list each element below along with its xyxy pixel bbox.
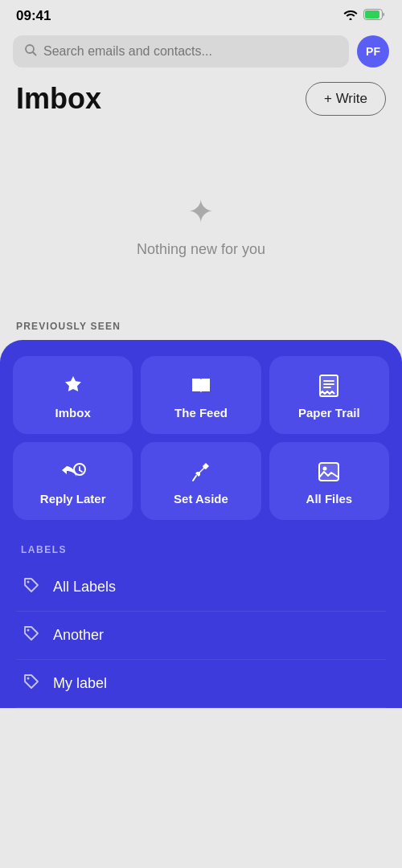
tag-icon (23, 576, 40, 598)
grid-item-the-feed-label: The Feed (174, 406, 228, 420)
status-icons (343, 9, 386, 23)
grid-item-imbox[interactable]: Imbox (13, 356, 133, 434)
reply-clock-icon (60, 460, 86, 484)
avatar[interactable]: PF (357, 35, 389, 68)
write-button[interactable]: + Write (306, 82, 386, 116)
grid-item-all-files[interactable]: All Files (269, 442, 389, 520)
label-name-another: Another (53, 627, 104, 644)
star-icon (61, 374, 85, 398)
grid-item-imbox-label: Imbox (55, 406, 91, 420)
svg-point-16 (27, 678, 30, 680)
grid-row-2: Reply Later Set Aside All Files (13, 442, 389, 520)
status-time: 09:41 (16, 8, 51, 24)
label-name-my-label: My label (53, 675, 107, 692)
label-item-all-labels[interactable]: All Labels (16, 563, 386, 612)
grid-row-1: Imbox The Feed Pa (13, 356, 389, 434)
pin-icon (190, 460, 212, 484)
search-row: PF (0, 29, 402, 74)
svg-line-11 (193, 476, 196, 481)
search-icon (24, 43, 37, 59)
status-bar: 09:41 (0, 0, 402, 29)
label-item-my-label[interactable]: My label (16, 660, 386, 708)
svg-line-3 (33, 52, 36, 55)
tag-icon-2 (23, 624, 40, 646)
bottom-sheet: Imbox The Feed Pa (0, 340, 402, 708)
svg-rect-12 (319, 463, 338, 481)
battery-icon (363, 9, 386, 23)
empty-state: ✦ Nothing new for you (0, 129, 402, 306)
tag-icon-3 (23, 673, 40, 694)
grid-item-the-feed[interactable]: The Feed (141, 356, 260, 434)
page-header: Imbox + Write (0, 74, 402, 129)
grid-item-all-files-label: All Files (306, 492, 353, 506)
empty-message: Nothing new for you (137, 241, 265, 258)
grid-item-set-aside-label: Set Aside (174, 492, 228, 506)
labels-section: LABELS All Labels Another (13, 528, 389, 708)
previously-seen-label: PREVIOUSLY SEEN (0, 306, 402, 340)
grid-item-paper-trail-label: Paper Trail (298, 406, 360, 420)
book-open-icon (189, 374, 213, 398)
svg-line-10 (80, 470, 82, 472)
svg-point-14 (27, 581, 30, 583)
sparkle-icon: ✦ (187, 193, 215, 230)
page-title: Imbox (16, 82, 101, 116)
svg-point-15 (27, 629, 30, 632)
grid-item-set-aside[interactable]: Set Aside (141, 442, 260, 520)
label-name-all-labels: All Labels (53, 579, 116, 596)
label-item-another[interactable]: Another (16, 612, 386, 660)
grid-item-reply-later[interactable]: Reply Later (13, 442, 133, 520)
svg-point-13 (323, 467, 327, 471)
labels-heading: LABELS (16, 544, 386, 555)
image-file-icon (317, 460, 341, 484)
receipt-icon (318, 374, 340, 398)
wifi-icon (343, 9, 359, 23)
svg-rect-1 (365, 10, 379, 18)
grid-item-reply-later-label: Reply Later (40, 492, 106, 506)
grid-item-paper-trail[interactable]: Paper Trail (269, 356, 389, 434)
search-bar[interactable] (13, 35, 349, 68)
search-input[interactable] (43, 44, 338, 59)
